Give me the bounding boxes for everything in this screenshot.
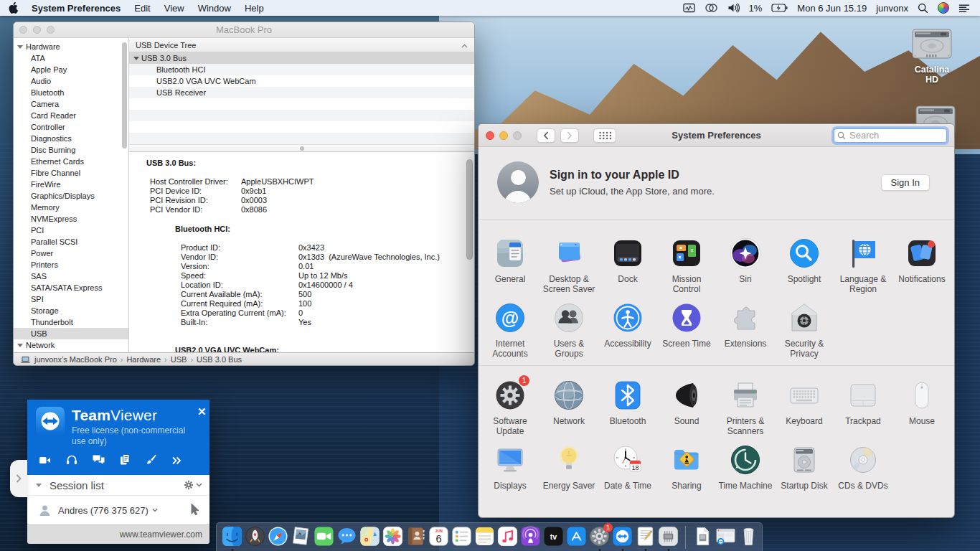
pref-pane-printers-scanners[interactable]: Printers & Scanners (716, 378, 775, 436)
dock-item-document[interactable] (692, 526, 713, 547)
dock-item-photos[interactable] (382, 526, 403, 547)
sidebar-item-graphics-displays[interactable]: Graphics/Displays (14, 190, 128, 202)
sidebar-item-camera[interactable]: Camera (14, 98, 128, 110)
pref-pane-cds-dvds[interactable]: CDs & DVDs (834, 443, 892, 491)
minimize-button[interactable] (499, 131, 508, 140)
sidebar-item-ethernet-cards[interactable]: Ethernet Cards (14, 156, 128, 167)
menu-window[interactable]: Window (198, 3, 231, 14)
sidebar-item-firewire[interactable]: FireWire (14, 179, 128, 190)
siri-icon[interactable] (938, 2, 949, 14)
pref-pane-notifications[interactable]: Notifications (892, 236, 951, 294)
close-button[interactable] (486, 131, 494, 140)
sidebar-item-spi[interactable]: SPI (14, 293, 128, 305)
brush-icon[interactable] (146, 454, 156, 468)
pref-pane-spotlight[interactable]: Spotlight (775, 236, 834, 294)
desktop-volume-catalina-hd[interactable]: Catalina HD (907, 29, 957, 85)
dock-item-finder[interactable] (222, 526, 242, 547)
disclosure-triangle-icon[interactable] (17, 45, 23, 49)
sidebar-item-card-reader[interactable]: Card Reader (14, 110, 128, 121)
sidebar-item-pci[interactable]: PCI (14, 225, 128, 236)
sidebar-item-apple-pay[interactable]: Apple Pay (14, 64, 128, 75)
pref-pane-startup-disk[interactable]: Startup Disk (775, 443, 834, 491)
menu-view[interactable]: View (164, 3, 184, 14)
forward-button[interactable] (560, 128, 579, 143)
sidebar-item-sas[interactable]: SAS (14, 270, 128, 282)
disclosure-triangle-icon[interactable] (17, 344, 23, 347)
sidebar-item-memory[interactable]: Memory (14, 202, 128, 213)
teamviewer-collapse-tab[interactable] (10, 460, 27, 497)
sidebar-item-controller[interactable]: Controller (14, 121, 128, 133)
dock-item-system-information[interactable] (658, 526, 679, 547)
activity-monitor-icon[interactable] (683, 3, 695, 13)
dock-item-facetime[interactable] (314, 526, 334, 547)
pref-pane-internet-accounts[interactable]: @Internet Accounts (481, 301, 540, 359)
menu-app-name[interactable]: System Preferences (32, 3, 121, 14)
copy-files-icon[interactable] (120, 454, 131, 468)
pref-pane-general[interactable]: General (481, 236, 540, 294)
pane-splitter[interactable] (129, 144, 474, 152)
sidebar-item-bluetooth[interactable]: Bluetooth (14, 87, 128, 98)
chat-icon[interactable] (93, 455, 105, 468)
breadcrumb-item[interactable]: Hardware (126, 355, 161, 364)
pref-pane-extensions[interactable]: Extensions (716, 301, 775, 359)
headset-icon[interactable] (66, 455, 77, 468)
pref-pane-users-groups[interactable]: Users & Groups (540, 301, 598, 359)
details-scrollbar[interactable] (466, 159, 473, 260)
disclosure-triangle-icon[interactable] (133, 57, 139, 60)
pref-pane-displays[interactable]: Displays (481, 443, 540, 491)
chevron-down-icon[interactable] (152, 508, 158, 512)
sign-in-button[interactable]: Sign In (881, 174, 930, 191)
sidebar-item-sata-sata-express[interactable]: SATA/SATA Express (14, 282, 128, 293)
zoom-button[interactable] (513, 131, 522, 140)
system-information-titlebar[interactable]: MacBook Pro (14, 22, 474, 38)
session-list-header[interactable]: Session list (27, 475, 209, 496)
pref-pane-sharing[interactable]: Sharing (657, 443, 716, 491)
pref-pane-accessibility[interactable]: Accessibility (598, 301, 657, 359)
sidebar-section-network[interactable]: Network (14, 339, 128, 351)
dock-item-reminders[interactable] (451, 526, 472, 547)
dock-item-contacts[interactable] (405, 526, 426, 547)
collapse-chevron-icon[interactable] (461, 41, 468, 50)
apple-menu-icon[interactable] (9, 2, 18, 14)
tree-row-bluetooth-hci[interactable]: Bluetooth HCI (129, 64, 474, 75)
pref-pane-desktop-screen-saver[interactable]: Desktop & Screen Saver (540, 236, 598, 294)
pref-pane-mouse[interactable]: Mouse (892, 378, 951, 436)
dock-item-safari[interactable] (268, 526, 288, 547)
teamviewer-menu-icon[interactable] (705, 3, 718, 13)
session-settings-gear[interactable] (183, 479, 202, 491)
pref-pane-date-time[interactable]: 18Date & Time (598, 443, 657, 491)
show-all-grid-button[interactable] (593, 128, 616, 143)
pref-pane-keyboard[interactable]: Keyboard (775, 378, 834, 436)
sidebar-item-power[interactable]: Power (14, 248, 128, 259)
spotlight-search-icon[interactable] (918, 3, 928, 14)
menu-clock[interactable]: Mon 6 Jun 15.19 (797, 3, 867, 14)
system-preferences-titlebar[interactable]: System Preferences (479, 124, 954, 147)
dock-item-system-preferences[interactable]: 1 (589, 526, 610, 547)
sidebar-item-usb[interactable]: USB (14, 328, 128, 339)
sidebar-item-printers[interactable]: Printers (14, 259, 128, 270)
sidebar-item-disc-burning[interactable]: Disc Burning (14, 144, 128, 156)
dock-item-messages[interactable] (336, 526, 357, 547)
dock-item-teamviewer[interactable] (612, 526, 633, 547)
tree-row-usb-3-0-bus[interactable]: USB 3.0 Bus (129, 52, 474, 64)
pref-pane-security-privacy[interactable]: Security & Privacy (775, 301, 834, 359)
sidebar-item-fibre-channel[interactable]: Fibre Channel (14, 167, 128, 179)
dock-item-calendar[interactable]: JUN6 (428, 526, 449, 547)
pref-pane-language-region[interactable]: Language & Region (834, 236, 892, 294)
menu-help[interactable]: Help (245, 3, 264, 14)
dock-item-maps[interactable] (359, 526, 380, 547)
breadcrumb-item[interactable]: USB (171, 355, 187, 364)
sidebar-item-diagnostics[interactable]: Diagnostics (14, 133, 128, 144)
pref-pane-siri[interactable]: Siri (716, 236, 775, 294)
dock-item-notes[interactable] (474, 526, 495, 547)
volume-icon[interactable] (727, 3, 740, 13)
sidebar-section-hardware[interactable]: Hardware (14, 41, 128, 52)
back-button[interactable] (537, 128, 555, 143)
pref-pane-dock[interactable]: Dock (598, 236, 657, 294)
dock-item-minimized-window[interactable] (715, 526, 736, 547)
sidebar-item-ata[interactable]: ATA (14, 52, 128, 64)
sidebar-item-storage[interactable]: Storage (14, 305, 128, 316)
sidebar-item-audio[interactable]: Audio (14, 75, 128, 87)
breadcrumb-item[interactable]: USB 3.0 Bus (197, 355, 242, 364)
dock-item-music[interactable] (497, 526, 518, 547)
